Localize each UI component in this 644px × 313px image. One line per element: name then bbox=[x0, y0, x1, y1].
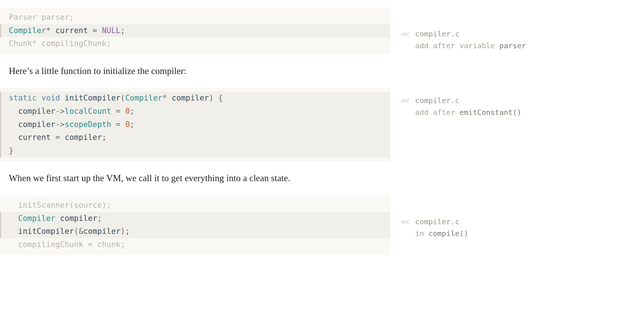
code-snippet-row: static void initCompiler(Compiler* compi… bbox=[0, 88, 644, 161]
code-line-context: initScanner(source); bbox=[0, 199, 390, 212]
code-line-new: current = compiler; bbox=[0, 131, 390, 144]
code-line-new: initCompiler(&compiler); bbox=[0, 225, 390, 238]
code-line-new: Compiler* current = NULL; bbox=[0, 24, 390, 38]
aside-arrow-icon: << bbox=[401, 95, 415, 118]
aside-arrow-icon: << bbox=[401, 216, 415, 239]
code-block: Parser parser;Compiler* current = NULL;C… bbox=[0, 7, 390, 54]
code-block: initScanner(source); Compiler compiler; … bbox=[0, 195, 390, 255]
aside-where-strong: emitConstant() bbox=[460, 108, 522, 117]
aside-where-prefix: add after bbox=[415, 108, 459, 117]
code-line-context: compilingChunk = chunk; bbox=[0, 238, 390, 252]
code-snippet-row: initScanner(source); Compiler compiler; … bbox=[0, 195, 644, 255]
aside-where-strong: parser bbox=[499, 41, 526, 50]
aside-where-prefix: in bbox=[415, 229, 428, 238]
aside-where: add after variable parser bbox=[415, 40, 526, 52]
code-line-context: Chunk* compilingChunk; bbox=[0, 37, 390, 50]
code-line-new: static void initCompiler(Compiler* compi… bbox=[0, 92, 390, 105]
code-location-aside: << compiler.c in compile() bbox=[390, 214, 468, 239]
aside-text: compiler.c add after variable parser bbox=[415, 28, 526, 52]
code-pre: Parser parser;Compiler* current = NULL;C… bbox=[0, 11, 390, 50]
aside-arrow-icon: << bbox=[401, 28, 415, 52]
prose-paragraph: Here’s a little function to initialize t… bbox=[9, 64, 399, 78]
aside-where: add after emitConstant() bbox=[415, 106, 521, 118]
aside-text: compiler.c add after emitConstant() bbox=[415, 95, 521, 118]
aside-file: compiler.c bbox=[415, 96, 459, 105]
code-location-aside: << compiler.c add after emitConstant() bbox=[390, 93, 521, 118]
code-location-aside: << compiler.c add after variable parser bbox=[390, 27, 526, 52]
code-line-new: } bbox=[0, 144, 390, 158]
code-line-new: Compiler compiler; bbox=[0, 212, 390, 225]
code-line-context: Parser parser; bbox=[0, 11, 390, 24]
code-block: static void initCompiler(Compiler* compi… bbox=[0, 88, 390, 161]
prose-paragraph: When we first start up the VM, we call i… bbox=[9, 172, 399, 185]
aside-where-prefix: add after variable bbox=[415, 41, 499, 50]
code-line-new: compiler->localCount = 0; bbox=[0, 105, 390, 118]
page: Parser parser;Compiler* current = NULL;C… bbox=[0, 0, 644, 313]
aside-file: compiler.c bbox=[415, 217, 459, 226]
code-pre: initScanner(source); Compiler compiler; … bbox=[0, 199, 390, 252]
aside-file: compiler.c bbox=[415, 29, 459, 38]
aside-where-strong: compile() bbox=[428, 229, 468, 238]
code-pre: static void initCompiler(Compiler* compi… bbox=[0, 92, 390, 157]
aside-text: compiler.c in compile() bbox=[415, 216, 468, 239]
code-snippet-row: Parser parser;Compiler* current = NULL;C… bbox=[0, 0, 644, 54]
aside-where: in compile() bbox=[415, 228, 468, 239]
code-line-new: compiler->scopeDepth = 0; bbox=[0, 118, 390, 131]
